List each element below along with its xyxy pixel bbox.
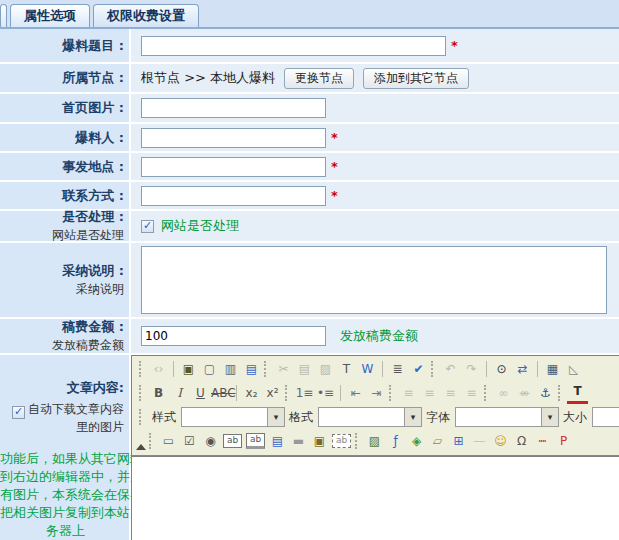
align-right-icon[interactable]: ≡ bbox=[440, 383, 461, 403]
select-field-icon[interactable]: ▤ bbox=[267, 431, 288, 451]
print-icon[interactable]: ≣ bbox=[387, 359, 408, 379]
form-row-contact: 联系方式 : * bbox=[0, 182, 619, 211]
contact-label: 联系方式 : bbox=[62, 187, 124, 205]
strikethrough-icon[interactable]: ABC bbox=[211, 383, 232, 403]
table-icon[interactable]: ⊞ bbox=[448, 431, 469, 451]
tab-properties-label: 属性选项 bbox=[24, 8, 76, 23]
bold-icon[interactable]: B bbox=[148, 383, 169, 403]
new-page-icon[interactable]: ▢ bbox=[199, 359, 220, 379]
superscript-icon[interactable]: x² bbox=[262, 383, 283, 403]
copy-icon[interactable]: ▤ bbox=[294, 359, 315, 379]
home-image-input[interactable] bbox=[141, 98, 326, 118]
form-row-location: 事发地点 : * bbox=[0, 153, 619, 182]
align-left-icon[interactable]: ≡ bbox=[398, 383, 419, 403]
form-icon[interactable]: ▭ bbox=[158, 431, 179, 451]
tab-permission-fee[interactable]: 权限收费设置 bbox=[93, 4, 199, 27]
checkbox-field-icon[interactable]: ☑ bbox=[179, 431, 200, 451]
flash-icon[interactable]: ƒ bbox=[385, 431, 406, 451]
special-char-icon[interactable]: Ω bbox=[511, 431, 532, 451]
toolbar-collapse-button[interactable] bbox=[135, 442, 146, 452]
preview-icon[interactable]: ▥ bbox=[220, 359, 241, 379]
paste-word-icon[interactable]: W bbox=[357, 359, 378, 379]
source-icon[interactable]: ‹› bbox=[148, 359, 169, 379]
horizontal-rule-icon[interactable]: — bbox=[469, 431, 490, 451]
indent-icon[interactable]: ⇥ bbox=[366, 383, 387, 403]
toolbar-grip bbox=[139, 409, 144, 425]
node-label: 所属节点 : bbox=[62, 69, 124, 87]
image-button-icon[interactable]: ▣ bbox=[309, 431, 330, 451]
adoption-textarea[interactable] bbox=[141, 246, 607, 314]
style-select[interactable]: ▾ bbox=[181, 407, 285, 427]
paste-text-icon[interactable]: T bbox=[336, 359, 357, 379]
link-icon[interactable]: ∞ bbox=[493, 383, 514, 403]
text-color-icon[interactable]: T bbox=[567, 384, 588, 404]
align-center-icon[interactable]: ≡ bbox=[419, 383, 440, 403]
toolbar-grip bbox=[139, 361, 144, 377]
button-field-icon[interactable]: ▬ bbox=[288, 431, 309, 451]
location-label: 事发地点 : bbox=[62, 158, 124, 176]
italic-icon[interactable]: I bbox=[169, 383, 190, 403]
add-to-other-node-button[interactable]: 添加到其它节点 bbox=[363, 68, 469, 89]
subscript-icon[interactable]: x₂ bbox=[241, 383, 262, 403]
style-select-value bbox=[182, 408, 267, 426]
paragraph-format-icon[interactable]: P bbox=[553, 431, 574, 451]
auto-download-checkbox[interactable]: ✓ bbox=[12, 406, 25, 419]
title-input[interactable] bbox=[141, 36, 446, 56]
size-label: 大小 bbox=[563, 409, 587, 426]
editor-toolbar: ‹›▣▢▥▤✂▤▨TW≣✔↶↷⊙⇄▦◺BIUABCx₂x²1≡•≡⇤⇥≡≡≡≡∞… bbox=[132, 356, 619, 456]
required-asterisk: * bbox=[451, 38, 458, 53]
tab-partial[interactable] bbox=[0, 4, 7, 27]
toolbar-separator bbox=[236, 385, 237, 401]
cut-icon[interactable]: ✂ bbox=[273, 359, 294, 379]
toolbar-grip bbox=[431, 361, 436, 377]
hidden-field-icon[interactable]: ab bbox=[332, 434, 351, 448]
form-row-adoption: 采纳说明 : 采纳说明 bbox=[0, 243, 619, 319]
reporter-input[interactable] bbox=[141, 128, 326, 148]
location-input[interactable] bbox=[141, 157, 326, 177]
image-map-icon[interactable]: ◈ bbox=[406, 431, 427, 451]
size-select[interactable]: ▾ bbox=[592, 407, 619, 427]
contact-input[interactable] bbox=[141, 186, 326, 206]
outdent-icon[interactable]: ⇤ bbox=[345, 383, 366, 403]
undo-icon[interactable]: ↶ bbox=[440, 359, 461, 379]
text-field-icon[interactable]: ab bbox=[223, 434, 242, 448]
media-icon[interactable]: ▱ bbox=[427, 431, 448, 451]
toolbar-grip bbox=[264, 361, 269, 377]
redo-icon[interactable]: ↷ bbox=[461, 359, 482, 379]
form-row-title: 爆料题目 : * bbox=[0, 29, 619, 64]
paste-icon[interactable]: ▨ bbox=[315, 359, 336, 379]
tab-properties[interactable]: 属性选项 bbox=[10, 4, 90, 27]
help-line: 功能后，如果从其它网站 bbox=[0, 450, 131, 468]
font-select[interactable]: ▾ bbox=[455, 407, 559, 427]
find-icon[interactable]: ⊙ bbox=[491, 359, 512, 379]
fee-input[interactable] bbox=[141, 326, 326, 346]
handled-checkbox[interactable]: ✓ bbox=[141, 220, 154, 233]
page-break-icon[interactable]: ┉ bbox=[532, 431, 553, 451]
toolbar-separator bbox=[486, 361, 487, 377]
bulleted-list-icon[interactable]: •≡ bbox=[315, 383, 336, 403]
anchor-icon[interactable]: ⚓ bbox=[535, 383, 556, 403]
toolbar-grip bbox=[285, 385, 290, 401]
change-node-button[interactable]: 更换节点 bbox=[284, 68, 354, 89]
format-select-value bbox=[319, 408, 404, 426]
adoption-label: 采纳说明 : bbox=[62, 262, 124, 280]
unlink-icon[interactable]: ∞ bbox=[514, 383, 535, 403]
save-icon[interactable]: ▣ bbox=[178, 359, 199, 379]
format-select[interactable]: ▾ bbox=[318, 407, 422, 427]
align-justify-icon[interactable]: ≡ bbox=[461, 383, 482, 403]
select-all-icon[interactable]: ▦ bbox=[542, 359, 563, 379]
numbered-list-icon[interactable]: 1≡ bbox=[294, 383, 315, 403]
replace-icon[interactable]: ⇄ bbox=[512, 359, 533, 379]
handled-sublabel: 网站是否处理 bbox=[52, 227, 124, 244]
remove-format-icon[interactable]: ◺ bbox=[563, 359, 584, 379]
spellcheck-icon[interactable]: ✔ bbox=[408, 359, 429, 379]
smiley-icon[interactable]: ☺ bbox=[490, 431, 511, 451]
font-label: 字体 bbox=[426, 409, 450, 426]
templates-icon[interactable]: ▤ bbox=[241, 359, 262, 379]
tab-permission-fee-label: 权限收费设置 bbox=[107, 8, 185, 23]
image-icon[interactable]: ▨ bbox=[364, 431, 385, 451]
editor-content-area[interactable] bbox=[132, 456, 619, 540]
textarea-field-icon[interactable]: ab bbox=[246, 433, 265, 449]
radio-field-icon[interactable]: ◉ bbox=[200, 431, 221, 451]
underline-icon[interactable]: U bbox=[190, 383, 211, 403]
